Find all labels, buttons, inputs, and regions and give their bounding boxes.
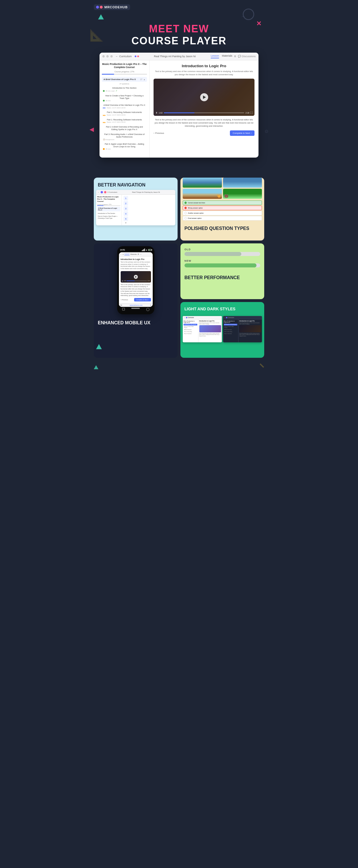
video-pause-button[interactable]: ⏸ <box>155 112 158 114</box>
nav-ss-lesson-2: How to Create a New Project + Choosing a… <box>97 215 120 220</box>
deco-ruler-left: 📐 <box>90 29 104 42</box>
video-player[interactable]: ⏸ 1:02 2:18 ⛶ <box>154 79 255 116</box>
mobile-bottom-circle[interactable] <box>146 308 150 311</box>
dl-dark-sidebar: Music Production in Logic Pro X Introduc… <box>223 319 239 342</box>
lesson-date-3: Starts: 12.07.2023 18:00 <box>107 107 126 109</box>
mobile-app-bar: ← ≡ Lesson Materials ⚙ ⋯ <box>119 252 153 256</box>
lesson-item-7[interactable]: Part 3: Recording Audio + a Brief Overvi… <box>102 132 147 141</box>
quiz-image-mountain <box>183 178 222 188</box>
lesson-live-icon-4: ▶▶ <box>103 114 106 116</box>
complete-next-button[interactable]: Complete & Next › <box>230 130 255 136</box>
sidebar-section-header[interactable]: A Brief Overview of Logic Pro X 17 ▲ <box>102 77 147 82</box>
lesson-item-5[interactable]: Part 1: Recording Software Instruments ▶… <box>102 118 147 124</box>
mobile-app-materials-tab[interactable]: Materials <box>130 253 137 255</box>
dl-light-content-title: Introduction to Logic Pro <box>199 320 221 322</box>
mobile-video-pause[interactable]: ⏸ <box>122 280 123 282</box>
dl-light-item-4: Part 2: Overview <box>184 333 197 335</box>
dl-dark-sidebar-title: Music Production in Logic Pro X <box>224 320 238 323</box>
mobile-content: Introduction to Logic Pro Text is the pr… <box>119 256 153 303</box>
lesson-meta-1: 35 min read ✓ <box>103 90 146 92</box>
lesson-item-2[interactable]: How to Create a New Project + Choosing a… <box>102 94 147 102</box>
logo-circle-left <box>96 6 99 8</box>
mobile-url-refresh[interactable]: ↻ <box>150 304 151 306</box>
quiz-answer-text-neutral-2: Final answer option <box>188 217 202 219</box>
quiz-answer-dot-wrong <box>185 207 187 209</box>
mobile-video-progress-fill <box>126 281 135 281</box>
nav-ss-progress-fill <box>97 205 103 206</box>
mobile-status-icons: ▲ <box>142 249 152 251</box>
mobile-url-bar: AA stylemixthemes.com ↻ <box>119 303 153 307</box>
perf-old-track <box>185 252 260 256</box>
bear-emoji: 🐻 <box>224 194 228 198</box>
quiz-image-bear: 🐻 <box>223 189 262 199</box>
mobile-bottom-home[interactable] <box>131 308 140 309</box>
mobile-app-settings[interactable]: ⚙ <box>137 253 139 255</box>
mobile-video-play-btn[interactable] <box>134 275 138 279</box>
lesson-item-3[interactable]: A Brief Overview of the Interface in Log… <box>102 103 147 110</box>
settings-icon[interactable]: ⚙ <box>234 55 236 58</box>
dl-light-content-body: Text is the primary and one of the commo… <box>199 333 221 337</box>
lesson-date-5: Starts: 12.07.2023 18:00 <box>107 121 126 123</box>
perf-old-label: OLD <box>185 248 260 251</box>
dl-light-item-active: Introduction to This Section <box>184 324 197 326</box>
topbar-curriculum: Curriculum <box>119 55 132 58</box>
mobile-video-current-time: 1:02 <box>124 280 126 281</box>
nav-ss-sidebar-title: Music Production in Logic Pro X – The Co… <box>97 196 120 203</box>
lesson-item-1[interactable]: Introduction to This Section 35 min read… <box>102 86 147 93</box>
lesson-meta-4: ▶▶ Starts: 12.07.2023 18:00 <box>103 114 146 116</box>
mobile-app-more[interactable]: ⋯ <box>140 253 141 255</box>
nav-number-4: 4 <box>124 211 128 216</box>
battery-fill <box>149 250 151 250</box>
hero-title: MEET NEW COURSE PLAYER <box>95 23 263 47</box>
tab-lesson[interactable]: Lesson <box>211 54 219 58</box>
mobile-video[interactable]: ⏸ 1:02 2:18 <box>121 271 151 283</box>
perf-bar-new: NEW <box>185 259 260 268</box>
previous-button[interactable]: ‹ Previous <box>154 132 164 134</box>
perf-bars: OLD NEW <box>181 243 264 274</box>
lesson-item-6[interactable]: Part 2: A Brief Overview of Recording an… <box>102 125 147 131</box>
complete-next-arrow: › <box>251 132 252 134</box>
lesson-assignment-icon: 📋 Assignment <box>103 138 115 141</box>
lesson-status-dot-1 <box>103 90 105 92</box>
mobile-app-back: ← <box>120 253 122 255</box>
mobile-btn-complete[interactable]: Complete & Next > <box>134 298 151 302</box>
mobile-bottom-square[interactable] <box>122 308 125 311</box>
nav-ss-sidebar: Music Production in Logic Pro X – The Co… <box>96 195 122 225</box>
perf-bar-old: OLD <box>185 248 260 256</box>
hero-title-line1: MEET NEW <box>95 23 263 35</box>
dl-dark-video <box>239 325 261 332</box>
lesson-title-6: Part 2: A Brief Overview of Recording an… <box>103 126 146 131</box>
lesson-title-2: How to Create a New Project + Choosing a… <box>103 94 146 99</box>
dl-dark-item-3: Part 1: Recording <box>224 331 238 333</box>
hero-section: MRCODEHUB ✕ ⌒ 📐 MEET NEW COURSE PLAYER ←… <box>90 0 268 175</box>
quiz-answer-wrong: Wrong answer option <box>183 206 262 210</box>
lesson-item-8[interactable]: Part 4: Apple Loops Brief Overview – Add… <box>102 142 147 151</box>
quiz-answer-text-wrong: Wrong answer option <box>188 207 203 209</box>
mobile-battery <box>148 249 152 251</box>
mobile-btn-prev[interactable]: < Previous <box>121 299 128 301</box>
deco-gear-right: ⚙ <box>264 129 268 134</box>
video-controls: ⏸ 1:02 2:18 ⛶ <box>155 112 253 114</box>
logo[interactable]: MRCODEHUB <box>94 4 130 10</box>
complete-next-label: Complete & Next <box>233 132 250 134</box>
lesson-meta-2: 35 min <box>103 100 146 101</box>
quiz-answer-text-neutral-1: Another answer option <box>188 212 204 214</box>
mobile-app-lesson-tab[interactable]: Lesson <box>124 253 130 255</box>
quiz-answer-dot-neutral-2 <box>185 217 187 219</box>
mobile-time: 14:51 <box>120 249 125 251</box>
sidebar-section-questions: 27 questions <box>102 83 147 85</box>
dl-dark-body: Music Production in Logic Pro X Introduc… <box>223 319 262 342</box>
discussions-icon[interactable]: 💬 Discussions <box>238 55 256 58</box>
video-progress-bar[interactable] <box>164 113 245 113</box>
dl-light-sidebar-title: Music Production in Logic Pro X <box>184 320 197 323</box>
feature-navigation-title: BETTER NAVIGATION <box>94 178 177 190</box>
sidebar-section-meta: 17 ▲ <box>140 79 145 81</box>
tab-materials[interactable]: Materials <box>222 54 232 58</box>
lesson-item-4[interactable]: Part 1: Recording Software Instruments ▶… <box>102 110 147 117</box>
dl-dark-content: Introduction to Logic Pro Text is the pr… <box>238 319 262 342</box>
nav-number-1: 1 <box>124 196 128 200</box>
video-time-total: 2:18 <box>245 112 249 114</box>
video-play-button[interactable] <box>200 93 208 101</box>
video-fullscreen-icon[interactable]: ⛶ <box>251 112 253 114</box>
previous-arrow: ‹ <box>154 132 154 134</box>
